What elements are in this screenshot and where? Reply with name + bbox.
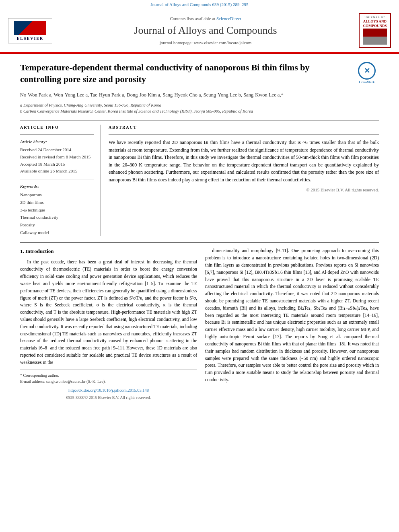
history-title: Article history: <box>20 139 94 145</box>
intro-para1: In the past decade, there has been a gre… <box>20 259 197 366</box>
journal-title-center: Contents lists available at ScienceDirec… <box>52 16 359 46</box>
history-online: Available online 26 March 2015 <box>20 168 94 175</box>
intro-section-title: 1. Introduction <box>20 247 197 255</box>
body-content: 1. Introduction In the past decade, ther… <box>20 247 379 401</box>
keywords-divider <box>20 179 94 179</box>
elsevier-logo-graphic <box>14 21 46 35</box>
affiliations: a Department of Physics, Chung-Ang Unive… <box>20 102 379 115</box>
keywords-title: Keywords: <box>20 183 94 189</box>
abstract-divider <box>109 134 379 135</box>
keyword-2: 3-ω technique <box>20 206 94 214</box>
contents-available: Contents lists available at ScienceDirec… <box>52 16 359 22</box>
authors-text: No-Won Park a, Won-Yong Lee a, Tae-Hyun … <box>20 92 284 98</box>
footnote-email: E-mail address: sangkwonlee@cau.ac.kr (S… <box>20 378 197 385</box>
sciencedirect-link[interactable]: ScienceDirect <box>216 16 241 21</box>
journal-logo-main-text: ALLOYS AND COMPOUNDS <box>361 19 389 28</box>
abstract-column: ABSTRACT We have recently reported that … <box>109 125 379 236</box>
divider-after-affiliations <box>20 120 379 121</box>
footnote-area: * Corresponding author. E-mail address: … <box>20 370 197 385</box>
affiliation-b: b Carbon Convergence Materials Research … <box>20 108 379 115</box>
article-title: Temperature-dependent thermal conductivi… <box>20 62 379 85</box>
keyword-3: Thermal conductivity <box>20 214 94 221</box>
article-info-heading: ARTICLE INFO <box>20 125 94 130</box>
keyword-0: Nanoporous <box>20 191 94 199</box>
history-revised: Received in revised form 8 March 2015 <box>20 154 94 161</box>
crossmark-icon: ✕ <box>358 62 376 80</box>
abstract-text: We have recently reported that 2D nanopo… <box>109 139 379 184</box>
journal-logo-right: JOURNAL OF ALLOYS AND COMPOUNDS <box>359 13 391 48</box>
keyword-1: 2D thin films <box>20 199 94 206</box>
history-accepted: Accepted 18 March 2015 <box>20 161 94 168</box>
crossmark: ✕ CrossMark <box>355 62 379 84</box>
keyword-4: Porosity <box>20 221 94 229</box>
body-divider <box>20 242 379 243</box>
article-title-text: Temperature-dependent thermal conductivi… <box>20 62 310 84</box>
intro-para2: dimensionality and morphology [9–11]. On… <box>205 247 379 383</box>
journal-header: ELSEVIER Contents lists available at Sci… <box>0 9 399 53</box>
elsevier-name: ELSEVIER <box>11 36 49 41</box>
rights-text: 0925-8388/© 2015 Elsevier B.V. All right… <box>20 394 197 401</box>
abstract-heading: ABSTRACT <box>109 125 379 130</box>
journal-logo-graphic <box>363 29 387 45</box>
journal-main-title: Journal of Alloys and Compounds <box>52 23 359 38</box>
journal-ref-text: Journal of Alloys and Compounds 639 (201… <box>151 2 249 7</box>
keyword-5: Callaway model <box>20 229 94 236</box>
body-left-column: 1. Introduction In the past decade, ther… <box>20 247 197 401</box>
doi-link[interactable]: http://dx.doi.org/10.1016/j.jallcom.2015… <box>20 387 197 394</box>
article-container: Temperature-dependent thermal conductivi… <box>0 54 399 409</box>
journal-logo-top-text: JOURNAL OF <box>361 16 389 19</box>
article-info-column: ARTICLE INFO Article history: Received 2… <box>20 125 101 236</box>
crossmark-label: CrossMark <box>355 80 379 84</box>
footnote-email-text: E-mail address: sangkwonlee@cau.ac.kr (S… <box>20 379 106 384</box>
journal-homepage: journal homepage: www.elsevier.com/locat… <box>52 40 359 46</box>
journal-ref: Journal of Alloys and Compounds 639 (201… <box>0 0 399 9</box>
elsevier-logo: ELSEVIER <box>8 18 52 43</box>
authors: No-Won Park a, Won-Yong Lee a, Tae-Hyun … <box>20 91 379 99</box>
article-info-divider <box>20 134 94 135</box>
history-received: Received 24 December 2014 <box>20 146 94 154</box>
body-right-column: dimensionality and morphology [9–11]. On… <box>205 247 379 401</box>
affiliation-a: a Department of Physics, Chung-Ang Unive… <box>20 102 379 109</box>
footnote-corresponding: * Corresponding author. <box>20 372 197 379</box>
article-info-abstract: ARTICLE INFO Article history: Received 2… <box>20 125 379 236</box>
abstract-copyright: © 2015 Elsevier B.V. All rights reserved… <box>109 187 379 193</box>
